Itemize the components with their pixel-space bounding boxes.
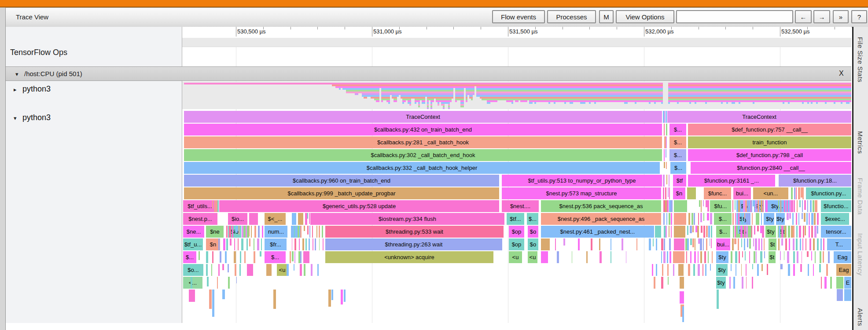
trace-span[interactable]: <unknown> acquire: [325, 251, 493, 263]
trace-span[interactable]: $t: [769, 238, 776, 250]
trace-span[interactable]: [687, 187, 696, 199]
trace-span[interactable]: $ty: [716, 277, 726, 289]
trace-span[interactable]: $nest.py:536 pack_sequence_as: [541, 200, 661, 212]
trace-span[interactable]: $...: [265, 251, 286, 263]
more-tools-button[interactable]: »: [833, 10, 849, 23]
trace-span[interactable]: $ty: [765, 226, 776, 238]
trace-span[interactable]: $...: [669, 124, 686, 136]
trace-span[interactable]: [292, 213, 296, 225]
m-button[interactable]: M: [599, 10, 614, 23]
trace-span[interactable]: $exec...: [821, 213, 849, 225]
trace-span[interactable]: [303, 251, 309, 263]
trace-span[interactable]: $nest.py:496 _pack_sequence_as: [541, 213, 661, 225]
trace-span[interactable]: $tf_u...: [183, 238, 203, 250]
trace-span[interactable]: $def_function.py:757 __call__: [688, 124, 851, 136]
trace-span[interactable]: [247, 264, 253, 276]
trace-span[interactable]: tensor...: [821, 226, 851, 238]
tab-input-latency[interactable]: Input Latency: [857, 233, 864, 276]
trace-span[interactable]: TraceContext: [667, 111, 851, 123]
trace-span[interactable]: $t: [769, 251, 776, 263]
trace-span[interactable]: $function.py:18...: [779, 175, 851, 187]
trace-span[interactable]: [655, 226, 661, 238]
processes-button[interactable]: Processes: [547, 10, 596, 23]
trace-span[interactable]: $tf_utils...: [183, 200, 217, 212]
trace-span[interactable]: $ty...: [765, 200, 789, 212]
trace-span[interactable]: $op: [509, 226, 524, 238]
trace-span[interactable]: $function.py:2840 __call__: [691, 162, 851, 174]
trace-span[interactable]: $threading.py:533 wait: [325, 226, 504, 238]
flow-events-button[interactable]: Flow events: [492, 10, 545, 23]
trace-span[interactable]: Eag: [836, 264, 851, 276]
trace-span[interactable]: $o...: [183, 264, 203, 276]
trace-span[interactable]: [541, 251, 548, 263]
trace-span[interactable]: $...: [716, 226, 730, 238]
view-options-button[interactable]: View Options: [616, 10, 674, 23]
trace-span[interactable]: [266, 264, 272, 276]
trace-span[interactable]: $callbacks.py:332 _call_batch_hook_helpe…: [184, 162, 660, 174]
trace-span[interactable]: [674, 226, 685, 238]
trace-span[interactable]: $tf...: [507, 213, 524, 225]
trace-span[interactable]: T...: [827, 238, 851, 250]
tab-file-size-stats[interactable]: File Size Stats: [857, 37, 864, 82]
trace-span[interactable]: $nest.py:461 _packed_nest...: [541, 226, 654, 238]
trace-span[interactable]: $ty: [716, 251, 728, 263]
trace-span[interactable]: $fr...: [265, 238, 287, 250]
trace-span[interactable]: [836, 277, 843, 289]
trace-span[interactable]: $...: [669, 136, 686, 148]
trace-span[interactable]: Eag: [834, 251, 851, 263]
trace-span[interactable]: [674, 238, 684, 250]
trace-span[interactable]: $generic_utils.py:528 update: [219, 200, 499, 212]
trace-span[interactable]: E: [844, 277, 851, 289]
collapse-arrow-icon[interactable]: ▸: [14, 86, 22, 93]
trace-span[interactable]: $nest.p...: [183, 213, 217, 225]
thread-row-python3-collapsed[interactable]: ▸python3: [14, 84, 51, 94]
trace-span[interactable]: $iostream.py:334 flush: [310, 213, 504, 225]
trace-span[interactable]: $function.py:3161 _...: [688, 175, 775, 187]
trace-span[interactable]: [674, 213, 686, 225]
trace-span[interactable]: $callbacks.py:281 _call_batch_hook: [184, 136, 662, 148]
trace-span[interactable]: $...: [670, 162, 686, 174]
trace-span[interactable]: $callbacks.py:302 _call_batch_end_hook: [184, 149, 662, 161]
trace-span[interactable]: <...: [183, 277, 202, 289]
trace-span[interactable]: $<_...: [265, 213, 286, 225]
trace-span[interactable]: $threading.py:263 wait: [325, 238, 502, 250]
expand-arrow-icon[interactable]: ▾: [15, 71, 24, 77]
trace-span[interactable]: $o: [528, 226, 538, 238]
search-input[interactable]: [676, 10, 793, 23]
trace-span[interactable]: [674, 200, 687, 212]
trace-span[interactable]: <un...: [753, 187, 788, 199]
trace-span[interactable]: $callbacks.py:432 on_train_batch_end: [184, 124, 662, 136]
trace-span[interactable]: [249, 213, 258, 225]
trace-span[interactable]: $callbacks.py:999 _batch_update_progbar: [184, 187, 499, 199]
trace-span[interactable]: $functio...: [821, 200, 851, 212]
host-cpu-header[interactable]: ▾/host:CPU (pid 501) X: [6, 66, 851, 81]
trace-span[interactable]: $...: [669, 149, 686, 161]
trace-span[interactable]: $func...: [704, 187, 731, 199]
trace-span[interactable]: $ty: [776, 213, 785, 225]
trace-span[interactable]: $tf: [673, 175, 686, 187]
trace-span[interactable]: <u: [509, 251, 522, 263]
trace-span[interactable]: num...: [265, 226, 287, 238]
thread-row-python3-expanded[interactable]: ▾python3: [14, 113, 51, 122]
trace-span[interactable]: $...: [714, 213, 732, 225]
trace-span[interactable]: $o: [528, 238, 538, 250]
tab-alerts[interactable]: Alerts: [857, 308, 864, 326]
trace-span[interactable]: $...: [527, 213, 538, 225]
trace-span[interactable]: $io...: [228, 213, 247, 225]
trace-span[interactable]: $nest.py:573 map_structure: [502, 187, 661, 199]
trace-span[interactable]: TraceContext: [184, 111, 662, 123]
trace-span[interactable]: $ne...: [183, 226, 204, 238]
trace-span[interactable]: $tf_utils.py:513 to_numpy_or_python_type: [502, 175, 662, 187]
nav-back-button[interactable]: ←: [795, 10, 812, 23]
trace-span[interactable]: $function.py...: [806, 187, 851, 199]
trace-span[interactable]: bui...: [716, 238, 730, 250]
trace-span[interactable]: [680, 277, 684, 289]
trace-span[interactable]: [678, 264, 684, 276]
help-button[interactable]: ?: [851, 10, 867, 23]
trace-span[interactable]: $ty: [765, 213, 774, 225]
close-track-button[interactable]: X: [839, 70, 844, 77]
nav-forward-button[interactable]: →: [813, 10, 830, 23]
trace-span[interactable]: $fu...: [710, 200, 731, 212]
trace-span[interactable]: [541, 238, 550, 250]
expand-arrow-icon[interactable]: ▾: [14, 115, 22, 121]
